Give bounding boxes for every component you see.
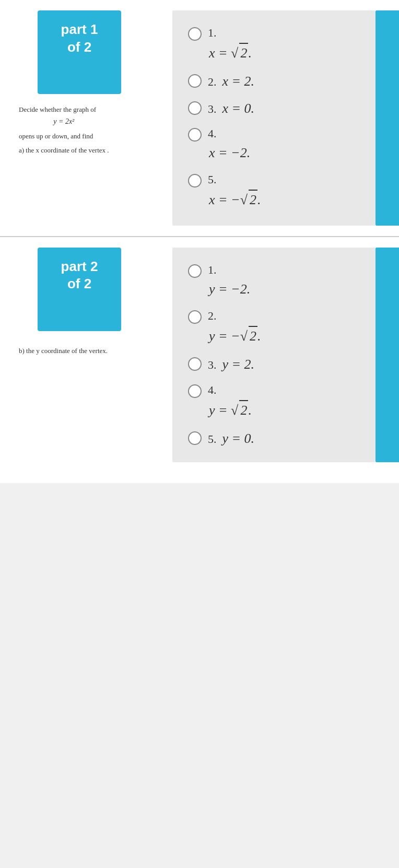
part2-left: part 2 of 2 b) the y coordinate of the v… xyxy=(0,248,162,463)
answer-math-2-1: y = −2. xyxy=(209,280,360,299)
part1-left: part 1 of 2 Decide whether the graph of … xyxy=(0,10,162,226)
answer-number-1-3: 3. x = 0. xyxy=(208,100,254,116)
part1-description-rest: opens up or down, and find xyxy=(19,131,109,142)
part1-section: part 1 of 2 Decide whether the graph of … xyxy=(0,0,399,236)
part1-description-intro: Decide whether the graph of xyxy=(19,104,109,115)
part2-description-part: b) the y coordinate of the vertex. xyxy=(19,346,108,356)
answer-number-2-5: 5. y = 0. xyxy=(208,430,254,447)
radio-1-4[interactable] xyxy=(188,128,202,142)
part2-answers-panel: 1. y = −2. 2. y = −√2. xyxy=(172,248,375,463)
radio-2-3[interactable] xyxy=(188,357,202,371)
radio-2-2[interactable] xyxy=(188,310,202,324)
answer-math-1-5: x = −√2. xyxy=(209,190,360,209)
part2-label-box: part 2 of 2 xyxy=(38,248,121,331)
list-item: 1. y = −2. xyxy=(188,258,360,299)
radio-2-1[interactable] xyxy=(188,264,202,278)
radio-1-2[interactable] xyxy=(188,74,202,88)
list-item: 3. y = 2. xyxy=(188,351,360,372)
part1-label-box: part 1 of 2 xyxy=(38,10,121,94)
list-item: 3. x = 0. xyxy=(188,95,360,116)
list-item: 2. x = 2. xyxy=(188,68,360,89)
part1-right-accent xyxy=(375,10,399,226)
list-item: 5. y = 0. xyxy=(188,425,360,447)
list-item: 2. y = −√2. xyxy=(188,304,360,346)
part2-label-text: part 2 of 2 xyxy=(61,258,98,294)
list-item: 4. y = √2. xyxy=(188,378,360,420)
list-item: 1. x = √2. xyxy=(188,21,360,63)
radio-1-5[interactable] xyxy=(188,174,202,187)
answer-number-1-2: 2. x = 2. xyxy=(208,73,254,89)
answer-math-2-2: y = −√2. xyxy=(209,326,360,346)
part1-answers-area: 1. x = √2. 2. x = 2. 3. x = 0. xyxy=(162,10,399,226)
answer-number-2-1: 1. xyxy=(208,263,217,277)
radio-1-1[interactable] xyxy=(188,27,202,41)
part1-description-equation: y = 2x² xyxy=(19,116,109,127)
answer-number-1-1: 1. xyxy=(208,26,217,40)
answer-number-2-3: 3. y = 2. xyxy=(208,356,254,372)
answer-number-2-4: 4. xyxy=(208,383,217,397)
answer-math-1-1: x = √2. xyxy=(209,43,360,63)
answer-math-2-4: y = √2. xyxy=(209,400,360,420)
part2-answers-area: 1. y = −2. 2. y = −√2. xyxy=(162,248,399,463)
answer-number-2-2: 2. xyxy=(208,309,217,323)
part2-right-accent xyxy=(375,248,399,463)
list-item: 4. x = −2. xyxy=(188,122,360,162)
part1-answers-panel: 1. x = √2. 2. x = 2. 3. x = 0. xyxy=(172,10,375,226)
answer-math-1-4: x = −2. xyxy=(209,144,360,162)
list-item: 5. x = −√2. xyxy=(188,168,360,209)
part1-label-text: part 1 of 2 xyxy=(61,21,98,56)
part1-description-part: a) the x coordinate of the vertex . xyxy=(19,145,109,156)
radio-2-4[interactable] xyxy=(188,384,202,398)
answer-number-1-4: 4. xyxy=(208,127,217,140)
part2-section: part 2 of 2 b) the y coordinate of the v… xyxy=(0,237,399,484)
radio-2-5[interactable] xyxy=(188,431,202,445)
answer-number-1-5: 5. xyxy=(208,173,217,186)
radio-1-3[interactable] xyxy=(188,101,202,115)
